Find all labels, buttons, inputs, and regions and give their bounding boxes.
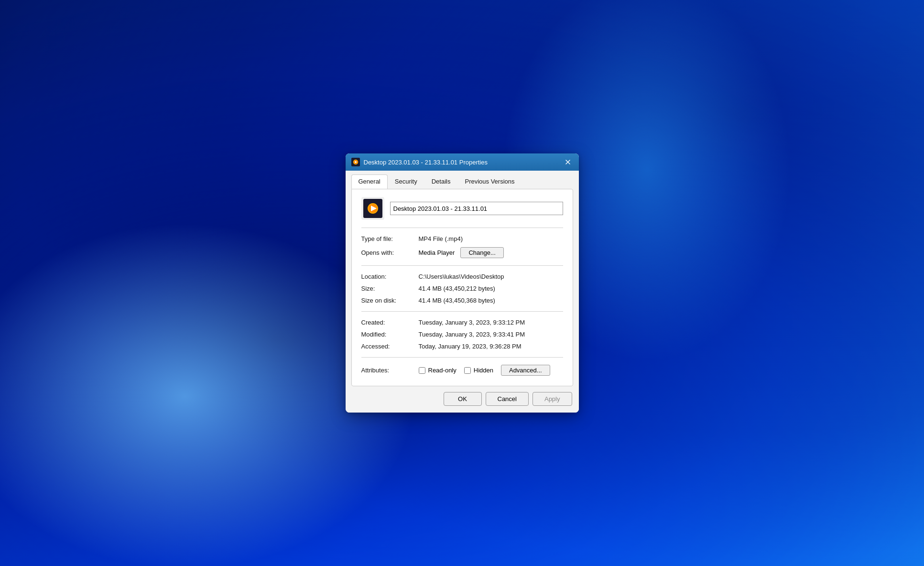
size-on-disk-row: Size on disk: 41.4 MB (43,450,368 bytes)	[361, 294, 563, 306]
location-label: Location:	[361, 273, 419, 280]
advanced-button[interactable]: Advanced...	[501, 365, 550, 376]
size-row: Size: 41.4 MB (43,450,212 bytes)	[361, 283, 563, 294]
tab-general[interactable]: General	[351, 174, 388, 189]
created-value: Tuesday, January 3, 2023, 9:33:12 PM	[419, 319, 563, 326]
accessed-value: Today, January 19, 2023, 9:36:28 PM	[419, 343, 563, 350]
opens-with-value: Media Player	[419, 249, 455, 256]
tab-content-general: Type of file: MP4 File (.mp4) Opens with…	[351, 189, 573, 386]
accessed-label: Accessed:	[361, 343, 419, 350]
created-row: Created: Tuesday, January 3, 2023, 9:33:…	[361, 316, 563, 328]
hidden-checkbox-label[interactable]: Hidden	[464, 367, 493, 374]
close-button[interactable]	[557, 153, 579, 171]
apply-button[interactable]: Apply	[533, 392, 572, 406]
dates-table: Created: Tuesday, January 3, 2023, 9:33:…	[361, 316, 563, 352]
size-label: Size:	[361, 285, 419, 292]
accessed-row: Accessed: Today, January 19, 2023, 9:36:…	[361, 340, 563, 352]
dialog-title: Desktop 2023.01.03 - 21.33.11.01 Propert…	[364, 159, 557, 166]
change-button[interactable]: Change...	[460, 247, 503, 258]
tab-previous-versions[interactable]: Previous Versions	[457, 174, 522, 189]
separator-3	[361, 311, 563, 312]
opens-with-value-group: Media Player Change...	[419, 247, 563, 258]
type-of-file-value: MP4 File (.mp4)	[419, 235, 563, 242]
title-bar-icon	[351, 158, 360, 166]
attributes-controls: Read-only Hidden Advanced...	[419, 365, 563, 376]
tab-details[interactable]: Details	[424, 174, 458, 189]
properties-dialog: Desktop 2023.01.03 - 21.33.11.01 Propert…	[346, 153, 579, 413]
opens-with-row: Opens with: Media Player Change...	[361, 245, 563, 261]
location-row: Location: C:\Users\lukas\Videos\Desktop	[361, 271, 563, 283]
properties-table: Type of file: MP4 File (.mp4) Opens with…	[361, 233, 563, 261]
tab-bar: General Security Details Previous Versio…	[346, 171, 579, 189]
size-on-disk-value: 41.4 MB (43,450,368 bytes)	[419, 297, 563, 304]
modified-label: Modified:	[361, 331, 419, 338]
modified-value: Tuesday, January 3, 2023, 9:33:41 PM	[419, 331, 563, 338]
hidden-label: Hidden	[474, 367, 493, 374]
type-of-file-label: Type of file:	[361, 235, 419, 242]
attributes-label: Attributes:	[361, 367, 419, 374]
separator-2	[361, 265, 563, 266]
type-of-file-row: Type of file: MP4 File (.mp4)	[361, 233, 563, 245]
file-name-row	[361, 197, 563, 220]
readonly-label: Read-only	[428, 367, 457, 374]
separator-4	[361, 357, 563, 358]
size-on-disk-label: Size on disk:	[361, 297, 419, 304]
modified-row: Modified: Tuesday, January 3, 2023, 9:33…	[361, 328, 563, 340]
file-name-input[interactable]	[390, 202, 563, 215]
separator-1	[361, 228, 563, 228]
dialog-footer: OK Cancel Apply	[346, 386, 579, 413]
cancel-button[interactable]: Cancel	[486, 392, 529, 406]
title-bar: Desktop 2023.01.03 - 21.33.11.01 Propert…	[346, 153, 579, 171]
location-value: C:\Users\lukas\Videos\Desktop	[419, 273, 563, 280]
file-icon	[361, 197, 384, 220]
readonly-checkbox[interactable]	[419, 367, 425, 374]
hidden-checkbox[interactable]	[464, 367, 471, 374]
created-label: Created:	[361, 319, 419, 326]
attributes-row: Attributes: Read-only Hidden Advanced...	[361, 362, 563, 378]
opens-with-label: Opens with:	[361, 249, 419, 256]
size-value: 41.4 MB (43,450,212 bytes)	[419, 285, 563, 292]
tab-security[interactable]: Security	[388, 174, 424, 189]
readonly-checkbox-label[interactable]: Read-only	[419, 367, 457, 374]
location-size-table: Location: C:\Users\lukas\Videos\Desktop …	[361, 271, 563, 306]
ok-button[interactable]: OK	[444, 392, 482, 406]
